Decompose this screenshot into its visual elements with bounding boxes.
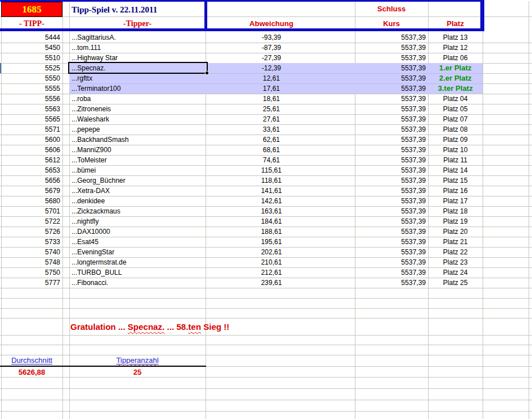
cell-kurs[interactable]: 5537,39 xyxy=(355,94,426,104)
cell-platz[interactable]: Platz 11 xyxy=(428,155,483,165)
cell-kurs[interactable]: 5537,39 xyxy=(355,83,426,94)
cell-tipp[interactable]: 5726 xyxy=(1,227,60,237)
cell-kurs[interactable]: 5537,39 xyxy=(355,257,426,267)
cell-abweichung[interactable]: 142,61 xyxy=(206,196,337,206)
cell-tipp[interactable]: 5571 xyxy=(1,124,60,135)
cell-kurs[interactable]: 5537,39 xyxy=(355,104,426,114)
cell-tipper[interactable]: ...longtermstrat.de xyxy=(72,257,206,267)
cell-tipp[interactable]: 5656 xyxy=(1,175,60,186)
cell-tipper[interactable]: ...tom.111 xyxy=(72,43,206,53)
cell-kurs[interactable]: 5537,39 xyxy=(355,247,426,257)
cell-tipper[interactable]: ...Georg_Büchner xyxy=(72,175,206,186)
cell-abweichung[interactable]: 195,61 xyxy=(206,237,337,247)
cell-tipp[interactable]: 5600 xyxy=(1,135,60,145)
cell-tipp[interactable]: 5722 xyxy=(1,216,60,227)
cell-platz[interactable]: 1.er Platz xyxy=(428,63,483,73)
cell-abweichung[interactable]: 62,61 xyxy=(206,135,337,145)
cell-tipper[interactable]: ...TURBO_BULL xyxy=(72,267,206,278)
cell-tipp[interactable]: 5680 xyxy=(1,196,60,206)
cell-abweichung[interactable]: 239,61 xyxy=(206,278,337,288)
cell-kurs[interactable]: 5537,39 xyxy=(355,32,426,43)
cell-platz[interactable]: Platz 12 xyxy=(428,43,483,53)
cell-abweichung[interactable]: 163,61 xyxy=(206,206,337,216)
cell-tipp[interactable]: 5550 xyxy=(1,73,60,83)
cell-platz[interactable]: Platz 05 xyxy=(428,104,483,114)
cell-abweichung[interactable]: 212,61 xyxy=(206,267,337,278)
cell-tipper[interactable]: ...Terminator100 xyxy=(72,83,206,94)
selected-cell-outline[interactable] xyxy=(68,62,208,74)
cell-tipp[interactable]: 5525 xyxy=(1,63,60,73)
column-header-abweichung[interactable]: Abweichung xyxy=(206,18,337,30)
cell-tipper[interactable]: ...bümei xyxy=(72,165,206,175)
cell-kurs[interactable]: 5537,39 xyxy=(355,227,426,237)
cell-tipper[interactable]: ...EveningStar xyxy=(72,247,206,257)
tipperanzahl-label[interactable]: Tipperanzahl xyxy=(69,355,206,366)
cell-abweichung[interactable]: 18,61 xyxy=(206,94,337,104)
cell-tipper[interactable]: ...DAX10000 xyxy=(72,227,206,237)
cell-abweichung[interactable]: 210,61 xyxy=(206,257,337,267)
cell-platz[interactable]: Platz 18 xyxy=(428,206,483,216)
cell-kurs[interactable]: 5537,39 xyxy=(355,124,426,135)
cell-abweichung[interactable]: -12,39 xyxy=(206,63,337,73)
cell-platz[interactable]: Platz 25 xyxy=(428,278,483,288)
cell-kurs[interactable]: 5537,39 xyxy=(355,155,426,165)
cell-abweichung[interactable]: 188,61 xyxy=(206,227,337,237)
cell-tipper[interactable]: ...Esat45 xyxy=(72,237,206,247)
cell-tipper[interactable]: ...BackhandSmash xyxy=(72,135,206,145)
cell-tipp[interactable]: 5733 xyxy=(1,237,60,247)
cell-platz[interactable]: Platz 14 xyxy=(428,165,483,175)
cell-platz[interactable]: Platz 09 xyxy=(428,135,483,145)
cell-abweichung[interactable]: 184,61 xyxy=(206,216,337,227)
cell-tipp[interactable]: 5606 xyxy=(1,145,60,155)
cell-abweichung[interactable]: 17,61 xyxy=(206,83,337,94)
cell-kurs[interactable]: 5537,39 xyxy=(355,278,426,288)
cell-tipp[interactable]: 5510 xyxy=(1,53,60,63)
cell-tipper[interactable]: ...Zickzackmaus xyxy=(72,206,206,216)
cell-tipp[interactable]: 5563 xyxy=(1,104,60,114)
cell-platz[interactable]: Platz 16 xyxy=(428,186,483,196)
cell-platz[interactable]: Platz 06 xyxy=(428,53,483,63)
cell-tipper[interactable]: ...roba xyxy=(72,94,206,104)
cell-abweichung[interactable]: 27,61 xyxy=(206,114,337,124)
durchschnitt-value[interactable]: 5626,88 xyxy=(1,367,62,378)
cell-kurs[interactable]: 5537,39 xyxy=(355,216,426,227)
cell-tipp[interactable]: 5565 xyxy=(1,114,60,124)
cell-platz[interactable]: Platz 15 xyxy=(428,175,483,186)
cell-tipp[interactable]: 5777 xyxy=(1,278,60,288)
cell-tipp[interactable]: 5450 xyxy=(1,43,60,53)
cell-tipp[interactable]: 5679 xyxy=(1,186,60,196)
cell-kurs[interactable]: 5537,39 xyxy=(355,165,426,175)
cell-tipp[interactable]: 5701 xyxy=(1,206,60,216)
cell-tipp[interactable]: 5556 xyxy=(1,94,60,104)
cell-tipper[interactable]: ...Waleshark xyxy=(72,114,206,124)
column-header-tipper[interactable]: -Tipper- xyxy=(69,18,206,30)
cell-kurs[interactable]: 5537,39 xyxy=(355,135,426,145)
cell-platz[interactable]: Platz 20 xyxy=(428,227,483,237)
cell-kurs[interactable]: 5537,39 xyxy=(355,73,426,83)
cell-tipp[interactable]: 5653 xyxy=(1,165,60,175)
cell-tipp[interactable]: 5740 xyxy=(1,247,60,257)
cell-abweichung[interactable]: 202,61 xyxy=(206,247,337,257)
cell-abweichung[interactable]: -87,39 xyxy=(206,43,337,53)
cell-tipper[interactable]: ...rgfttx xyxy=(72,73,206,83)
cell-tipper[interactable]: ...SagittariusA. xyxy=(72,32,206,43)
cell-platz[interactable]: Platz 07 xyxy=(428,114,483,124)
column-header-platz[interactable]: Platz xyxy=(428,18,483,30)
cell-tipp[interactable]: 5444 xyxy=(1,32,60,43)
cell-abweichung[interactable]: 118,61 xyxy=(206,175,337,186)
column-header-schluss[interactable]: Schluss xyxy=(355,3,428,15)
cell-platz[interactable]: Platz 19 xyxy=(428,216,483,227)
cell-platz[interactable]: Platz 17 xyxy=(428,196,483,206)
cell-platz[interactable]: 2.er Platz xyxy=(428,73,483,83)
cell-tipp[interactable]: 5612 xyxy=(1,155,60,165)
cell-platz[interactable]: Platz 08 xyxy=(428,124,483,135)
cell-tipper[interactable]: ...Fibonacci. xyxy=(72,278,206,288)
cell-kurs[interactable]: 5537,39 xyxy=(355,196,426,206)
cell-platz[interactable]: Platz 10 xyxy=(428,145,483,155)
cell-abweichung[interactable]: 25,61 xyxy=(206,104,337,114)
cell-platz[interactable]: Platz 04 xyxy=(428,94,483,104)
cell-tipper[interactable]: ...Xetra-DAX xyxy=(72,186,206,196)
cell-tipp[interactable]: 5750 xyxy=(1,267,60,278)
cell-abweichung[interactable]: 74,61 xyxy=(206,155,337,165)
cell-platz[interactable]: 3.ter Platz xyxy=(428,83,483,94)
